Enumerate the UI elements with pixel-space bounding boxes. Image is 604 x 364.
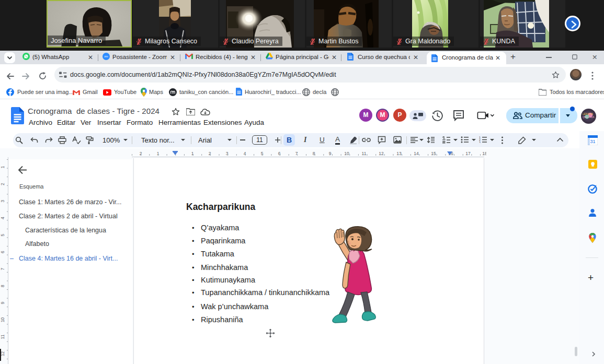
- svg-text:1: 1: [0, 166, 5, 168]
- svg-text:13: 13: [396, 151, 402, 156]
- svg-text:1: 1: [191, 151, 194, 156]
- svg-text:18: 18: [482, 151, 486, 156]
- svg-text:6: 6: [0, 251, 5, 253]
- svg-text:3: 3: [479, 141, 481, 144]
- svg-text:zm: zm: [104, 55, 108, 58]
- svg-text:17: 17: [465, 151, 471, 156]
- svg-text:4: 4: [0, 217, 5, 219]
- svg-text:7: 7: [0, 267, 5, 270]
- svg-text:14: 14: [414, 151, 419, 156]
- svg-text:10: 10: [344, 151, 349, 156]
- svg-text:11: 11: [362, 151, 367, 156]
- svg-text:11: 11: [0, 334, 5, 339]
- svg-text:5: 5: [261, 151, 264, 156]
- svg-text:5: 5: [0, 233, 5, 236]
- svg-text:31: 31: [590, 139, 595, 144]
- svg-text:9: 9: [0, 301, 5, 304]
- svg-text:3: 3: [0, 199, 5, 202]
- svg-text:15: 15: [431, 151, 436, 156]
- svg-text:4: 4: [244, 151, 246, 156]
- svg-text:8: 8: [0, 285, 5, 287]
- svg-text:12: 12: [379, 151, 384, 156]
- svg-text:2: 2: [0, 183, 5, 185]
- svg-text:9: 9: [329, 151, 332, 156]
- svg-text:10: 10: [0, 318, 5, 323]
